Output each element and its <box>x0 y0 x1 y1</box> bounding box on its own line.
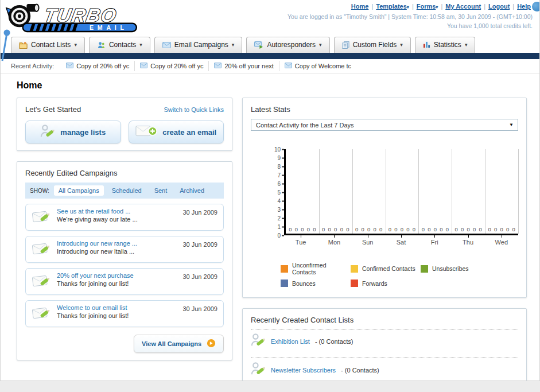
recent-activity-item[interactable]: Copy of 20% off yc <box>135 61 209 71</box>
campaign-text: See us at the retail food ...We're givin… <box>57 208 182 223</box>
envelope-small-icon <box>66 63 73 69</box>
campaign-card[interactable]: 20% off your next purchaseThanks for joi… <box>25 268 224 295</box>
campaigns-panel-title: Recently Edited Campaigns <box>25 169 224 177</box>
top-link-my-account[interactable]: My Account <box>445 3 481 10</box>
footer-strip <box>0 381 540 392</box>
campaign-card[interactable]: Introducing our new range ...Introducing… <box>25 236 224 263</box>
activity-item-label: 20% off your next <box>224 63 273 69</box>
chart-x-tick-label: Sat <box>384 235 418 246</box>
tab-contact-lists[interactable]: Contact Lists▾ <box>11 37 85 53</box>
chart-gridline <box>518 149 519 234</box>
chart-x-tick-label: Wed <box>485 235 518 246</box>
chevron-down-icon: ▾ <box>436 5 438 10</box>
legend-label: Unconfirmed Contacts <box>292 262 351 275</box>
legend-label: Forwards <box>362 280 387 287</box>
filter-scheduled[interactable]: Scheduled <box>107 185 146 196</box>
tab-contacts[interactable]: Contacts▾ <box>89 37 150 53</box>
header: TURBO EMAIL Home|Templates ▾|Forms ▾|My … <box>1 0 539 37</box>
app-logo[interactable]: TURBO EMAIL <box>4 1 149 37</box>
campaign-subtitle: Introducing our new Italia ... <box>57 248 182 255</box>
recent-activity-item[interactable]: Copy of Welcome tc <box>279 61 356 71</box>
chart-value-label: 0 <box>301 226 304 232</box>
chart-value-label: 0 <box>289 226 292 232</box>
chart-value-label: 0 <box>506 226 509 232</box>
top-link-logout[interactable]: Logout <box>488 3 510 10</box>
tab-autoresponders[interactable]: Autoresponders▾ <box>246 37 329 53</box>
contact-list-link[interactable]: Newsletter Subscribers <box>271 367 336 374</box>
switch-quick-links-link[interactable]: Switch to Quick Links <box>164 106 224 113</box>
chevron-down-icon: ▾ <box>232 42 235 48</box>
person-pencil-icon <box>251 362 266 378</box>
tab-email-campaigns[interactable]: Email Campaigns▾ <box>154 37 243 53</box>
stats-period-select[interactable]: Contact Activity for the Last 7 Days ▼ <box>251 119 518 131</box>
chart-value-label: 0 <box>322 226 325 232</box>
legend-label: Unsubscribes <box>432 265 469 272</box>
top-links: Home|Templates ▾|Forms ▾|My Account|Logo… <box>288 3 533 10</box>
chart-value-label: 0 <box>440 226 442 232</box>
campaign-title-link[interactable]: Introducing our new range ... <box>57 240 182 247</box>
contact-lists-panel-title: Recently Created Contact Lists <box>251 316 518 324</box>
top-link-help[interactable]: Help <box>517 3 531 10</box>
show-label: SHOW: <box>30 188 49 194</box>
chart-value-label: 0 <box>355 226 358 232</box>
contact-list-count: - (0 Contacts) <box>315 338 353 345</box>
chart-y-tick-label: 8 <box>277 164 284 170</box>
chart-value-group: 00000 <box>386 226 419 232</box>
campaign-envelope-icon <box>32 305 57 323</box>
decorative-dot <box>532 2 540 11</box>
stats-period-value: Contact Activity for the Last 7 Days <box>256 122 354 129</box>
view-all-campaigns-button[interactable]: View All Campaigns <box>134 335 224 353</box>
latest-stats-panel: Latest Stats Contact Activity for the La… <box>242 98 527 298</box>
campaign-list: See us at the retail food ...We're givin… <box>25 204 224 327</box>
campaign-title-link[interactable]: Welcome to our email list <box>57 304 182 311</box>
recent-activity-items: Copy of 20% off ycCopy of 20% off yc20% … <box>61 61 356 71</box>
tab-statistics[interactable]: Statistics▾ <box>415 37 476 53</box>
chart-value-label: 0 <box>401 226 403 232</box>
activity-item-label: Copy of Welcome tc <box>295 63 351 69</box>
stats-panel-title: Latest Stats <box>251 105 518 114</box>
contact-list-count: - (0 Contacts) <box>341 367 379 374</box>
campaign-title-link[interactable]: See us at the retail food ... <box>57 208 182 215</box>
top-link-forms[interactable]: Forms ▾ <box>417 3 438 10</box>
campaign-card[interactable]: Welcome to our email listThanks for join… <box>25 300 224 327</box>
contact-list-item[interactable]: Exhibition List- (0 Contacts) <box>251 329 518 353</box>
legend-item-unconfirmed-contacts: Unconfirmed Contacts <box>281 262 351 275</box>
chevron-down-icon: ▾ <box>407 5 409 10</box>
chart-value-label: 0 <box>373 226 376 232</box>
campaign-title-link[interactable]: 20% off your next purchase <box>57 272 182 279</box>
contact-list-item[interactable]: Newsletter Subscribers- (0 Contacts) <box>251 358 518 381</box>
contact-list-link[interactable]: Exhibition List <box>271 338 310 345</box>
chart-gridline <box>485 149 485 234</box>
chart-y-tick-label: 6 <box>277 181 284 187</box>
filter-all-campaigns[interactable]: All Campaigns <box>54 185 104 196</box>
tab-label: Statistics <box>434 41 461 49</box>
filter-sent[interactable]: Sent <box>150 185 172 196</box>
campaign-subtitle: We're giving away our late ... <box>57 216 182 223</box>
person-pencil-icon <box>40 124 55 140</box>
recent-activity-item[interactable]: Copy of 20% off yc <box>61 61 135 71</box>
login-line: You are logged in as "Timothy Smith" | S… <box>288 12 533 21</box>
chevron-down-icon: ▾ <box>400 42 403 48</box>
statistics-icon <box>423 41 430 48</box>
chart-value-label: 0 <box>488 226 491 232</box>
tab-custom-fields[interactable]: Custom Fields▾ <box>334 37 411 53</box>
recent-activity-item[interactable]: 20% off your next <box>209 61 279 71</box>
top-link-templates[interactable]: Templates ▾ <box>376 3 409 10</box>
chart-value-label: 0 <box>494 226 497 232</box>
filter-archived[interactable]: Archived <box>175 185 209 196</box>
custom-fields-icon <box>342 41 349 49</box>
chart-gridline <box>386 149 386 234</box>
right-column: Latest Stats Contact Activity for the La… <box>242 98 527 381</box>
manage-lists-button[interactable]: manage lists <box>25 121 121 143</box>
create-email-button[interactable]: create an email <box>129 121 224 143</box>
tab-label: Contacts <box>109 41 136 49</box>
chart-value-label: 0 <box>346 226 349 232</box>
logo-text-email: EMAIL <box>90 24 128 31</box>
app-window: TURBO EMAIL Home|Templates ▾|Forms ▾|My … <box>0 0 540 392</box>
chart-y-tick-label: 4 <box>277 198 284 204</box>
campaign-card[interactable]: See us at the retail food ...We're givin… <box>25 204 224 231</box>
activity-item-label: Copy of 20% off yc <box>76 63 129 69</box>
folder-icon <box>19 41 28 49</box>
top-link-home[interactable]: Home <box>351 3 369 10</box>
chart-y-tick-label: 2 <box>277 215 284 222</box>
